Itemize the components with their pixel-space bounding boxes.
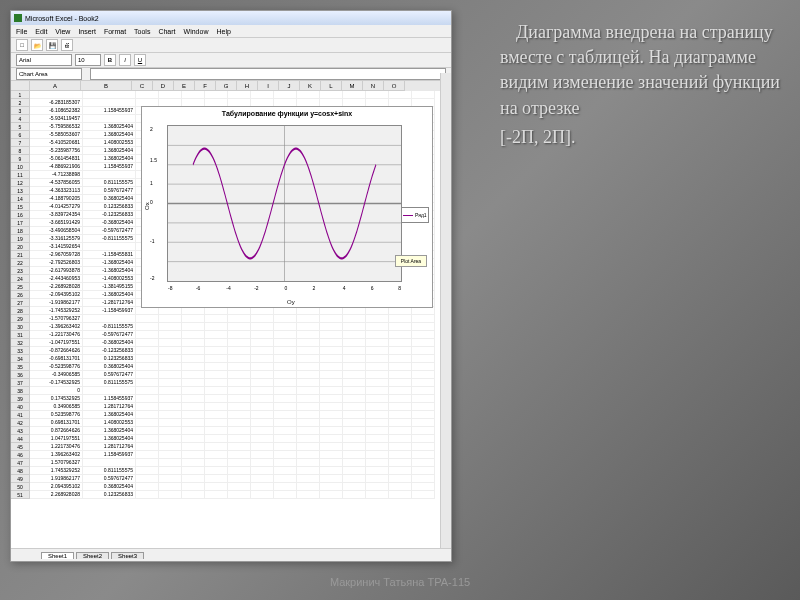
row-header[interactable]: 17 (11, 219, 30, 227)
cell[interactable] (320, 435, 343, 443)
cell[interactable]: 0.698131701 (30, 419, 83, 427)
cell[interactable] (30, 91, 83, 99)
cell[interactable] (389, 91, 412, 99)
cell[interactable] (412, 411, 435, 419)
cell[interactable] (182, 475, 205, 483)
cell[interactable] (274, 331, 297, 339)
cell[interactable] (205, 323, 228, 331)
cell[interactable] (274, 491, 297, 499)
cell[interactable] (159, 347, 182, 355)
cell[interactable] (412, 315, 435, 323)
cell[interactable] (274, 323, 297, 331)
col-header-e[interactable]: E (174, 81, 195, 91)
cell[interactable]: -1.368025404 (83, 267, 136, 275)
cell[interactable] (274, 387, 297, 395)
cell[interactable] (366, 483, 389, 491)
cell[interactable] (343, 459, 366, 467)
italic-icon[interactable]: I (119, 54, 131, 66)
row-header[interactable]: 13 (11, 187, 30, 195)
cell[interactable] (182, 411, 205, 419)
cell[interactable] (366, 435, 389, 443)
cell[interactable] (205, 435, 228, 443)
cell[interactable] (297, 347, 320, 355)
cell[interactable] (136, 411, 159, 419)
cell[interactable] (389, 307, 412, 315)
cell[interactable] (205, 339, 228, 347)
vertical-scrollbar[interactable] (440, 73, 451, 549)
cell[interactable] (182, 459, 205, 467)
cell[interactable] (343, 323, 366, 331)
cell[interactable] (205, 355, 228, 363)
cell[interactable] (205, 443, 228, 451)
cell[interactable] (136, 419, 159, 427)
cell[interactable] (83, 315, 136, 323)
cell[interactable] (205, 475, 228, 483)
cell[interactable]: 0.123256833 (83, 491, 136, 499)
cell[interactable]: 1.368025404 (83, 123, 136, 131)
cell[interactable]: -2.792526803 (30, 259, 83, 267)
cell[interactable] (228, 315, 251, 323)
cell[interactable] (389, 491, 412, 499)
cell[interactable] (136, 339, 159, 347)
cell[interactable] (366, 395, 389, 403)
cell[interactable] (366, 443, 389, 451)
cell[interactable] (366, 323, 389, 331)
cell[interactable] (228, 387, 251, 395)
row-header[interactable]: 10 (11, 163, 30, 171)
menu-chart[interactable]: Chart (158, 28, 175, 35)
row-header[interactable]: 47 (11, 459, 30, 467)
cell[interactable] (182, 443, 205, 451)
cell[interactable]: -0.123256833 (83, 211, 136, 219)
cell[interactable] (389, 459, 412, 467)
cell[interactable] (389, 483, 412, 491)
row-header[interactable]: 48 (11, 467, 30, 475)
cell[interactable] (320, 459, 343, 467)
cell[interactable]: -0.523598776 (30, 363, 83, 371)
cell[interactable] (343, 315, 366, 323)
cell[interactable] (136, 323, 159, 331)
cell[interactable] (228, 403, 251, 411)
cell[interactable] (366, 411, 389, 419)
cell[interactable]: -3.490658504 (30, 227, 83, 235)
cell[interactable] (136, 331, 159, 339)
row-header[interactable]: 38 (11, 387, 30, 395)
cell[interactable] (274, 451, 297, 459)
cell[interactable] (228, 371, 251, 379)
cell[interactable] (412, 491, 435, 499)
cell[interactable]: -5.061454831 (30, 155, 83, 163)
cell[interactable]: 2.268928028 (30, 491, 83, 499)
cell[interactable] (412, 459, 435, 467)
row-header[interactable]: 49 (11, 475, 30, 483)
cell[interactable] (83, 91, 136, 99)
cell[interactable] (412, 475, 435, 483)
cell[interactable] (320, 467, 343, 475)
menu-insert[interactable]: Insert (78, 28, 96, 35)
cell[interactable] (182, 435, 205, 443)
cell[interactable] (320, 427, 343, 435)
cell[interactable]: 0.597672477 (83, 187, 136, 195)
cell[interactable] (412, 323, 435, 331)
cell[interactable] (205, 411, 228, 419)
cell[interactable] (205, 451, 228, 459)
cell[interactable]: -2.268928028 (30, 283, 83, 291)
cell[interactable] (205, 379, 228, 387)
cell[interactable] (205, 483, 228, 491)
cell[interactable] (320, 91, 343, 99)
cell[interactable] (274, 339, 297, 347)
cell[interactable]: -4.188790205 (30, 195, 83, 203)
cell[interactable] (182, 387, 205, 395)
cell[interactable]: 1.158455937 (83, 163, 136, 171)
row-header[interactable]: 33 (11, 347, 30, 355)
cell[interactable] (136, 387, 159, 395)
col-header-b[interactable]: B (81, 81, 132, 91)
save-icon[interactable]: 💾 (46, 39, 58, 51)
cell[interactable]: -4.886921906 (30, 163, 83, 171)
cell[interactable] (228, 395, 251, 403)
cell[interactable] (182, 315, 205, 323)
cell[interactable] (320, 491, 343, 499)
row-header[interactable]: 51 (11, 491, 30, 499)
cell[interactable] (228, 363, 251, 371)
cell[interactable] (159, 363, 182, 371)
cell[interactable] (343, 347, 366, 355)
cell[interactable]: -5.585053607 (30, 131, 83, 139)
